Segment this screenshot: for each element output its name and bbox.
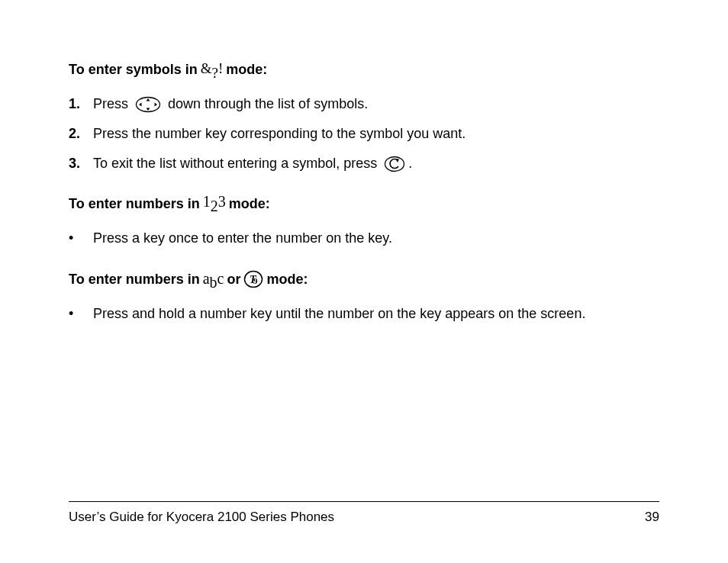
heading-text-pre: To enter numbers in bbox=[69, 196, 200, 212]
page-number: 39 bbox=[645, 510, 659, 525]
list-item: • Press a key once to enter the number o… bbox=[69, 228, 659, 249]
heading-text-post: mode: bbox=[229, 196, 270, 212]
heading-text-post: mode: bbox=[226, 62, 267, 78]
back-key-icon bbox=[384, 156, 405, 172]
list-item: • Press and hold a number key until the … bbox=[69, 304, 659, 324]
step-number: 3. bbox=[69, 153, 93, 174]
abc-mode-icon: abc bbox=[203, 271, 224, 288]
step-number: 1. bbox=[69, 94, 93, 114]
step-text: Press the number key corresponding to th… bbox=[93, 126, 465, 141]
svg-marker-2 bbox=[147, 108, 150, 111]
bullet-text: Press a key once to enter the number on … bbox=[93, 230, 392, 246]
list-item: 2. Press the number key corresponding to… bbox=[69, 124, 659, 144]
svg-marker-1 bbox=[147, 98, 150, 101]
svg-marker-6 bbox=[395, 159, 399, 162]
step-text-post: down through the list of symbols. bbox=[164, 94, 368, 114]
svg-text:9: 9 bbox=[253, 276, 258, 285]
page-footer: User’s Guide for Kyocera 2100 Series Pho… bbox=[69, 501, 659, 525]
step-text-pre: Press bbox=[93, 94, 132, 114]
symbol-steps-list: 1. Press down through the list of symbol… bbox=[69, 94, 659, 174]
heading-text-post: mode: bbox=[266, 272, 308, 288]
list-item: 1. Press down through the list of symbol… bbox=[69, 94, 659, 114]
heading-enter-numbers-abc-t9: To enter numbers in abc or T 9 mode: bbox=[69, 270, 659, 288]
footer-title: User’s Guide for Kyocera 2100 Series Pho… bbox=[69, 510, 334, 525]
step-number: 2. bbox=[69, 124, 93, 144]
t9-mode-icon: T 9 bbox=[243, 270, 263, 288]
heading-text-pre: To enter numbers in bbox=[69, 272, 200, 288]
svg-marker-4 bbox=[155, 102, 158, 106]
numbers-abc-list: • Press and hold a number key until the … bbox=[69, 304, 659, 324]
step-text-post: . bbox=[408, 153, 412, 174]
bullet-text: Press and hold a number key until the nu… bbox=[93, 306, 585, 321]
list-item: 3. To exit the list without entering a s… bbox=[69, 153, 659, 174]
step-text-pre: To exit the list without entering a symb… bbox=[93, 153, 381, 174]
bullet-icon: • bbox=[69, 228, 93, 249]
heading-enter-numbers-123: To enter numbers in 123 mode: bbox=[69, 195, 659, 213]
bullet-icon: • bbox=[69, 304, 93, 324]
svg-marker-3 bbox=[139, 102, 142, 106]
symbol-mode-icon: &?! bbox=[201, 61, 224, 79]
numbers-123-list: • Press a key once to enter the number o… bbox=[69, 228, 659, 249]
heading-text-pre: To enter symbols in bbox=[69, 62, 198, 78]
nav-key-icon bbox=[135, 96, 161, 113]
heading-enter-symbols: To enter symbols in &?! mode: bbox=[69, 61, 659, 79]
number-mode-icon: 123 bbox=[203, 195, 226, 213]
heading-text-mid: or bbox=[227, 272, 240, 288]
